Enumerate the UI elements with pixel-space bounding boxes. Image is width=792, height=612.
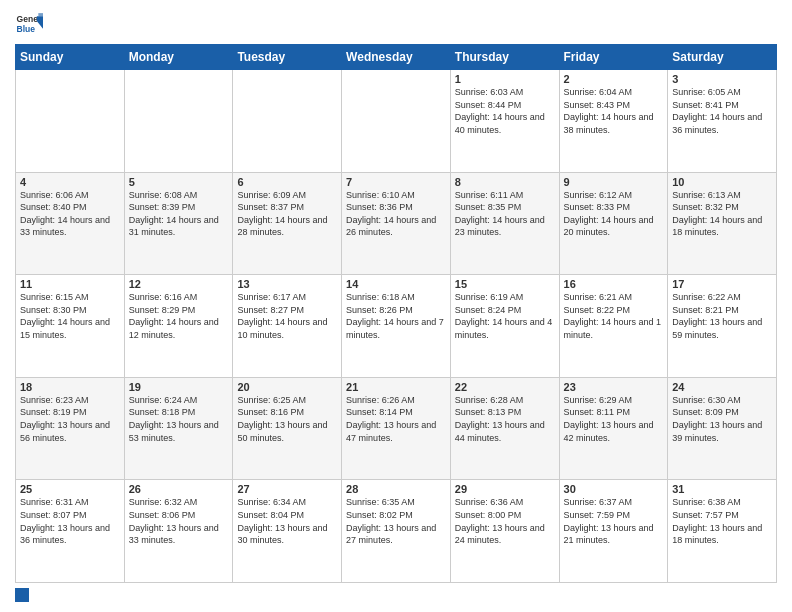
table-row: 7Sunrise: 6:10 AM Sunset: 8:36 PM Daylig… [342, 172, 451, 275]
day-info: Sunrise: 6:26 AM Sunset: 8:14 PM Dayligh… [346, 394, 446, 444]
day-info: Sunrise: 6:24 AM Sunset: 8:18 PM Dayligh… [129, 394, 229, 444]
logo: General Blue [15, 10, 43, 38]
day-number: 31 [672, 483, 772, 495]
table-row: 22Sunrise: 6:28 AM Sunset: 8:13 PM Dayli… [450, 377, 559, 480]
header: General Blue [15, 10, 777, 38]
table-row: 2Sunrise: 6:04 AM Sunset: 8:43 PM Daylig… [559, 70, 668, 173]
table-row: 16Sunrise: 6:21 AM Sunset: 8:22 PM Dayli… [559, 275, 668, 378]
day-info: Sunrise: 6:22 AM Sunset: 8:21 PM Dayligh… [672, 291, 772, 341]
table-row: 26Sunrise: 6:32 AM Sunset: 8:06 PM Dayli… [124, 480, 233, 583]
day-info: Sunrise: 6:36 AM Sunset: 8:00 PM Dayligh… [455, 496, 555, 546]
day-info: Sunrise: 6:21 AM Sunset: 8:22 PM Dayligh… [564, 291, 664, 341]
day-info: Sunrise: 6:18 AM Sunset: 8:26 PM Dayligh… [346, 291, 446, 341]
day-info: Sunrise: 6:31 AM Sunset: 8:07 PM Dayligh… [20, 496, 120, 546]
day-number: 5 [129, 176, 229, 188]
table-row: 12Sunrise: 6:16 AM Sunset: 8:29 PM Dayli… [124, 275, 233, 378]
table-row: 14Sunrise: 6:18 AM Sunset: 8:26 PM Dayli… [342, 275, 451, 378]
day-info: Sunrise: 6:16 AM Sunset: 8:29 PM Dayligh… [129, 291, 229, 341]
calendar-week-row: 18Sunrise: 6:23 AM Sunset: 8:19 PM Dayli… [16, 377, 777, 480]
table-row [124, 70, 233, 173]
day-info: Sunrise: 6:32 AM Sunset: 8:06 PM Dayligh… [129, 496, 229, 546]
day-number: 8 [455, 176, 555, 188]
table-row [233, 70, 342, 173]
table-row: 23Sunrise: 6:29 AM Sunset: 8:11 PM Dayli… [559, 377, 668, 480]
calendar-week-row: 11Sunrise: 6:15 AM Sunset: 8:30 PM Dayli… [16, 275, 777, 378]
day-info: Sunrise: 6:30 AM Sunset: 8:09 PM Dayligh… [672, 394, 772, 444]
header-monday: Monday [124, 45, 233, 70]
day-info: Sunrise: 6:37 AM Sunset: 7:59 PM Dayligh… [564, 496, 664, 546]
day-info: Sunrise: 6:06 AM Sunset: 8:40 PM Dayligh… [20, 189, 120, 239]
day-number: 15 [455, 278, 555, 290]
day-number: 29 [455, 483, 555, 495]
table-row: 6Sunrise: 6:09 AM Sunset: 8:37 PM Daylig… [233, 172, 342, 275]
day-number: 19 [129, 381, 229, 393]
day-number: 26 [129, 483, 229, 495]
day-number: 25 [20, 483, 120, 495]
table-row: 20Sunrise: 6:25 AM Sunset: 8:16 PM Dayli… [233, 377, 342, 480]
svg-marker-3 [38, 13, 43, 16]
footer [15, 588, 777, 602]
header-saturday: Saturday [668, 45, 777, 70]
table-row: 28Sunrise: 6:35 AM Sunset: 8:02 PM Dayli… [342, 480, 451, 583]
day-info: Sunrise: 6:10 AM Sunset: 8:36 PM Dayligh… [346, 189, 446, 239]
table-row: 10Sunrise: 6:13 AM Sunset: 8:32 PM Dayli… [668, 172, 777, 275]
table-row: 11Sunrise: 6:15 AM Sunset: 8:30 PM Dayli… [16, 275, 125, 378]
day-number: 22 [455, 381, 555, 393]
day-info: Sunrise: 6:12 AM Sunset: 8:33 PM Dayligh… [564, 189, 664, 239]
calendar-table: Sunday Monday Tuesday Wednesday Thursday… [15, 44, 777, 583]
day-number: 11 [20, 278, 120, 290]
day-info: Sunrise: 6:15 AM Sunset: 8:30 PM Dayligh… [20, 291, 120, 341]
day-info: Sunrise: 6:29 AM Sunset: 8:11 PM Dayligh… [564, 394, 664, 444]
table-row: 30Sunrise: 6:37 AM Sunset: 7:59 PM Dayli… [559, 480, 668, 583]
day-info: Sunrise: 6:08 AM Sunset: 8:39 PM Dayligh… [129, 189, 229, 239]
table-row: 13Sunrise: 6:17 AM Sunset: 8:27 PM Dayli… [233, 275, 342, 378]
day-number: 9 [564, 176, 664, 188]
day-info: Sunrise: 6:38 AM Sunset: 7:57 PM Dayligh… [672, 496, 772, 546]
day-number: 14 [346, 278, 446, 290]
day-number: 28 [346, 483, 446, 495]
table-row: 15Sunrise: 6:19 AM Sunset: 8:24 PM Dayli… [450, 275, 559, 378]
day-info: Sunrise: 6:05 AM Sunset: 8:41 PM Dayligh… [672, 86, 772, 136]
table-row: 31Sunrise: 6:38 AM Sunset: 7:57 PM Dayli… [668, 480, 777, 583]
legend-color-box [15, 588, 29, 602]
table-row: 24Sunrise: 6:30 AM Sunset: 8:09 PM Dayli… [668, 377, 777, 480]
day-info: Sunrise: 6:34 AM Sunset: 8:04 PM Dayligh… [237, 496, 337, 546]
table-row: 29Sunrise: 6:36 AM Sunset: 8:00 PM Dayli… [450, 480, 559, 583]
day-number: 24 [672, 381, 772, 393]
day-number: 6 [237, 176, 337, 188]
day-info: Sunrise: 6:23 AM Sunset: 8:19 PM Dayligh… [20, 394, 120, 444]
table-row [16, 70, 125, 173]
table-row: 25Sunrise: 6:31 AM Sunset: 8:07 PM Dayli… [16, 480, 125, 583]
calendar-week-row: 25Sunrise: 6:31 AM Sunset: 8:07 PM Dayli… [16, 480, 777, 583]
day-info: Sunrise: 6:04 AM Sunset: 8:43 PM Dayligh… [564, 86, 664, 136]
day-number: 2 [564, 73, 664, 85]
header-friday: Friday [559, 45, 668, 70]
day-number: 27 [237, 483, 337, 495]
table-row: 5Sunrise: 6:08 AM Sunset: 8:39 PM Daylig… [124, 172, 233, 275]
day-number: 21 [346, 381, 446, 393]
day-info: Sunrise: 6:25 AM Sunset: 8:16 PM Dayligh… [237, 394, 337, 444]
weekday-header-row: Sunday Monday Tuesday Wednesday Thursday… [16, 45, 777, 70]
day-number: 1 [455, 73, 555, 85]
table-row: 1Sunrise: 6:03 AM Sunset: 8:44 PM Daylig… [450, 70, 559, 173]
table-row: 27Sunrise: 6:34 AM Sunset: 8:04 PM Dayli… [233, 480, 342, 583]
day-number: 3 [672, 73, 772, 85]
day-info: Sunrise: 6:19 AM Sunset: 8:24 PM Dayligh… [455, 291, 555, 341]
calendar-week-row: 4Sunrise: 6:06 AM Sunset: 8:40 PM Daylig… [16, 172, 777, 275]
day-number: 18 [20, 381, 120, 393]
day-number: 30 [564, 483, 664, 495]
table-row: 8Sunrise: 6:11 AM Sunset: 8:35 PM Daylig… [450, 172, 559, 275]
header-wednesday: Wednesday [342, 45, 451, 70]
table-row [342, 70, 451, 173]
header-tuesday: Tuesday [233, 45, 342, 70]
logo-icon: General Blue [15, 10, 43, 38]
day-info: Sunrise: 6:28 AM Sunset: 8:13 PM Dayligh… [455, 394, 555, 444]
table-row: 19Sunrise: 6:24 AM Sunset: 8:18 PM Dayli… [124, 377, 233, 480]
day-number: 7 [346, 176, 446, 188]
day-number: 10 [672, 176, 772, 188]
day-number: 16 [564, 278, 664, 290]
table-row: 17Sunrise: 6:22 AM Sunset: 8:21 PM Dayli… [668, 275, 777, 378]
table-row: 9Sunrise: 6:12 AM Sunset: 8:33 PM Daylig… [559, 172, 668, 275]
table-row: 3Sunrise: 6:05 AM Sunset: 8:41 PM Daylig… [668, 70, 777, 173]
page: General Blue Sunday Monday Tuesday Wedne… [0, 0, 792, 612]
